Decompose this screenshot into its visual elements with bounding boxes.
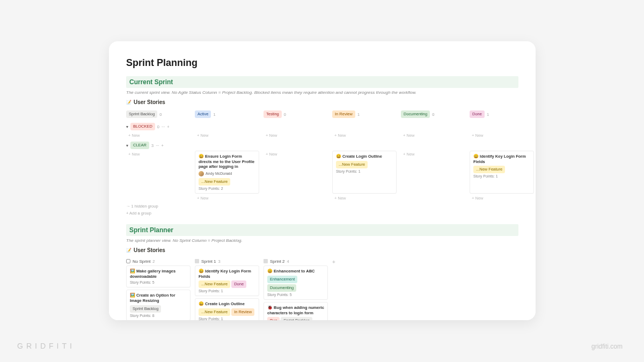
column-header-sprint-1[interactable]: Sprint 1 3 [195,257,259,265]
column-header-in-review[interactable]: In Review1 [332,109,397,119]
card-title: 😀 Create Login Outline [199,301,255,307]
chevron-down-icon: ▾ [126,143,128,148]
section-header-sprint-planner: Sprint Planner [126,224,518,236]
card-no-sprint-2[interactable]: 🖼️ Create an Option for Image Resizing S… [126,290,191,320]
new-card-button[interactable]: + New [126,151,191,194]
column-header-testing[interactable]: Testing0 [264,109,328,119]
clear-row: + New 😀 Ensure Login Form directs me to … [126,151,518,194]
column-header-sprint-backlog[interactable]: Sprint Backlog0 [126,109,191,119]
card-title: 🖼️ Make gallery images downloadable [130,269,187,279]
new-card-button[interactable]: + New [470,195,534,202]
page-title: Sprint Planning [126,57,518,69]
group-label-blocked: BLOCKED [130,123,155,130]
hidden-group-toggle[interactable]: → 1 hidden group [126,203,518,210]
card-points: Story Points: 1 [473,174,530,178]
card-sprint1-1[interactable]: 😀 Identify Key Login Form Fields ...New … [195,265,259,296]
card-tag: In Review [231,308,254,316]
card-tag: Sprint Backlog [281,317,312,320]
new-card-button[interactable]: + New [332,132,397,139]
card-title: 🐞 Bug when adding numeric characters to … [267,305,324,315]
new-card-button[interactable]: + New [332,195,397,202]
smile-icon: 😀 [199,301,204,306]
planner-board: No Sprint 2 🖼️ Make gallery images downl… [126,257,518,320]
new-card-button[interactable]: + New [401,151,465,194]
card-points: Story Points: 8 [130,314,187,317]
picture-icon: 🖼️ [130,269,135,274]
group-row-clear[interactable]: ▾ CLEAR 3 ··· + [126,140,518,151]
card-points: Story Points: 5 [267,293,324,297]
new-card-button[interactable]: + New [470,132,534,139]
card-points: Story Points: 1 [336,169,393,173]
card-title: 😀 Identify Key Login Form Fields [199,269,255,279]
card-done[interactable]: 😀 Identify Key Login Form Fields ...New … [470,151,534,194]
card-points: Story Points: 1 [199,317,255,320]
card-tag: ...New Feature [199,178,230,186]
database-title: User Stories [134,99,165,105]
planner-column-sprint-1: Sprint 1 3 😀 Identify Key Login Form Fie… [195,257,259,320]
new-card-button[interactable]: + New [401,132,465,139]
new-card-button[interactable]: + New [195,195,259,202]
add-group-button[interactable]: + Add a group [126,210,518,217]
empty-page-icon [126,259,130,263]
card-title: 😀 Enhancement to ABC [267,269,324,274]
group-more-icon[interactable]: ··· [162,124,165,129]
database-title-row[interactable]: 📝 User Stories [126,247,518,253]
card-tag: ...New Feature [336,161,368,168]
card-title: 😀 Create Login Outline [336,154,393,159]
section-header-current-sprint: Current Sprint [126,76,518,88]
planner-column-no-sprint: No Sprint 2 🖼️ Make gallery images downl… [126,257,191,320]
card-tag: Sprint Backlog [130,305,161,313]
card-sprint2-2[interactable]: 🐞 Bug when adding numeric characters to … [264,302,328,320]
notebook-icon: 📝 [126,100,131,105]
notebook-icon: 📝 [126,248,131,253]
card-points: Story Points: 1 [199,289,255,293]
page-icon [264,259,268,263]
new-card-button[interactable]: + New [264,132,328,139]
card-sprint2-1[interactable]: 😀 Enhancement to ABC EnhancementDocument… [264,265,328,300]
card-points: Story Points: 5 [130,280,187,284]
card-in-review[interactable]: 😀 Create Login Outline ...New Feature St… [332,151,397,194]
smile-icon: 😀 [199,154,204,159]
card-active[interactable]: 😀 Ensure Login Form directs me to the Us… [195,151,259,194]
card-points: Story Points: 2 [199,187,255,190]
watermark-url: gridfiti.com [591,343,623,350]
column-header-documenting[interactable]: Documenting0 [401,109,465,119]
card-assignee: Andy McDonald [199,171,232,176]
watermark-brand: GRIDFITI [17,342,75,350]
smile-icon: 😀 [473,154,479,159]
new-card-button[interactable]: + New [126,132,191,139]
group-count: 3 [151,143,153,148]
planner-column-sprint-2: Sprint 2 4 😀 Enhancement to ABC Enhancem… [264,257,328,320]
clear-new-row: + New + New + New [126,195,518,202]
card-no-sprint-1[interactable]: 🖼️ Make gallery images downloadable Stor… [126,265,191,287]
database-title-row[interactable]: 📝 User Stories [126,99,518,105]
group-add-icon[interactable]: + [167,124,169,129]
blocked-new-row: + New + New + New + New + New + New [126,132,518,139]
card-title: 😀 Ensure Login Form directs me to the Us… [199,154,255,169]
new-card-button[interactable]: + New [195,132,259,139]
new-card-button[interactable]: + New [264,151,328,194]
card-title: 🖼️ Create an Option for Image Resizing [130,293,187,303]
group-more-icon[interactable]: ··· [156,143,159,148]
column-header-active[interactable]: Active1 [195,109,259,119]
bug-icon: 🐞 [267,305,273,310]
group-add-icon[interactable]: + [161,143,163,148]
column-header-no-sprint[interactable]: No Sprint 2 [126,257,191,265]
card-tag: ...New Feature [199,308,230,316]
group-label-clear: CLEAR [130,142,149,149]
smile-icon: 😀 [199,269,204,274]
section-description: The sprint planner view. No Sprint Colum… [126,238,518,243]
page-icon [195,259,199,263]
card-tag: ...New Feature [473,166,505,173]
picture-icon: 🖼️ [130,293,135,298]
add-column-button[interactable]: + [332,257,335,320]
column-header-done[interactable]: Done1 [470,109,534,119]
group-row-blocked[interactable]: ▾ BLOCKED 0 ··· + [126,121,518,132]
board-column-headers: Sprint Backlog0 Active1 Testing0 In Revi… [126,109,518,119]
card-sprint1-2[interactable]: 😀 Create Login Outline ...New FeatureIn … [195,298,259,320]
app-window: Sprint Planning Current Sprint The curre… [109,41,536,320]
card-title: 😀 Identify Key Login Form Fields [473,154,530,164]
database-title: User Stories [134,247,165,253]
column-header-sprint-2[interactable]: Sprint 2 4 [264,257,328,265]
group-count: 0 [157,124,159,129]
